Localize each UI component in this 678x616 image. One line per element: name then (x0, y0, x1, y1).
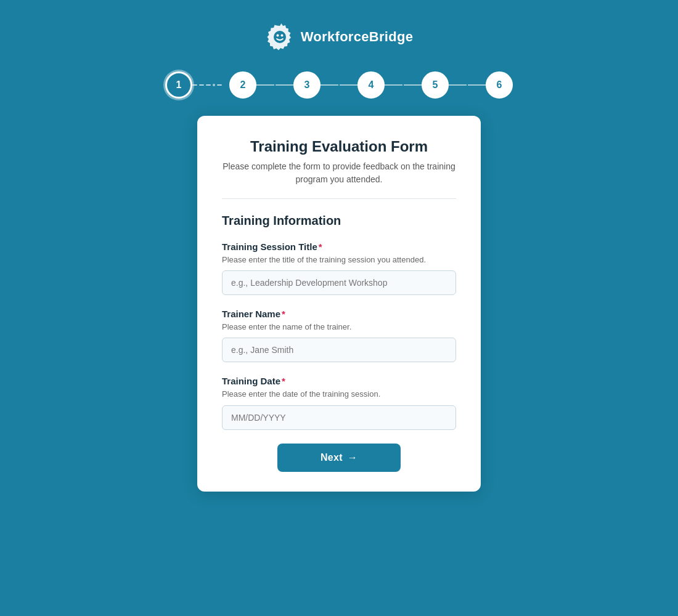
connector-4-5 (385, 84, 422, 86)
training-date-label: Training Date* (222, 376, 456, 386)
step-5[interactable]: 5 (422, 71, 449, 99)
svg-point-0 (274, 31, 286, 43)
logo-icon (265, 22, 295, 52)
trainer-name-hint: Please enter the name of the trainer. (222, 322, 456, 333)
step-2[interactable]: 2 (229, 71, 256, 99)
form-divider (222, 198, 456, 199)
required-star-2: * (282, 309, 285, 319)
step-4[interactable]: 4 (357, 71, 385, 99)
training-date-input[interactable] (222, 405, 456, 430)
form-card: Training Evaluation Form Please complete… (197, 116, 481, 492)
connector-5-6 (449, 84, 486, 86)
trainer-name-input[interactable] (222, 338, 456, 362)
header: WorkforceBridge (265, 22, 414, 52)
field-group-training-title: Training Session Title* Please enter the… (222, 241, 456, 295)
connector-2-3 (256, 84, 293, 86)
trainer-name-label: Trainer Name* (222, 309, 456, 319)
logo-text: WorkforceBridge (301, 29, 414, 45)
step-6[interactable]: 6 (486, 71, 513, 99)
training-session-title-label: Training Session Title* (222, 241, 456, 252)
step-3[interactable]: 3 (293, 71, 321, 99)
svg-point-1 (276, 34, 279, 37)
section-title: Training Information (222, 214, 456, 228)
connector-3-4 (321, 84, 357, 86)
required-star-3: * (282, 376, 285, 386)
step-1[interactable]: 1 (165, 71, 192, 99)
training-session-title-input[interactable] (222, 270, 456, 295)
next-button[interactable]: Next → (277, 444, 401, 472)
next-button-label: Next (321, 452, 343, 463)
training-session-title-hint: Please enter the title of the training s… (222, 254, 456, 265)
form-title: Training Evaluation Form (222, 138, 456, 155)
arrow-right-icon: → (348, 452, 357, 463)
field-group-trainer-name: Trainer Name* Please enter the name of t… (222, 309, 456, 362)
training-date-hint: Please enter the date of the training se… (222, 389, 456, 400)
stepper: 1 2 3 4 5 6 (165, 71, 513, 99)
field-group-training-date: Training Date* Please enter the date of … (222, 376, 456, 429)
connector-1-2 (192, 84, 229, 86)
form-subtitle: Please complete the form to provide feed… (222, 160, 456, 186)
svg-point-2 (280, 34, 283, 37)
required-star-1: * (319, 241, 322, 252)
